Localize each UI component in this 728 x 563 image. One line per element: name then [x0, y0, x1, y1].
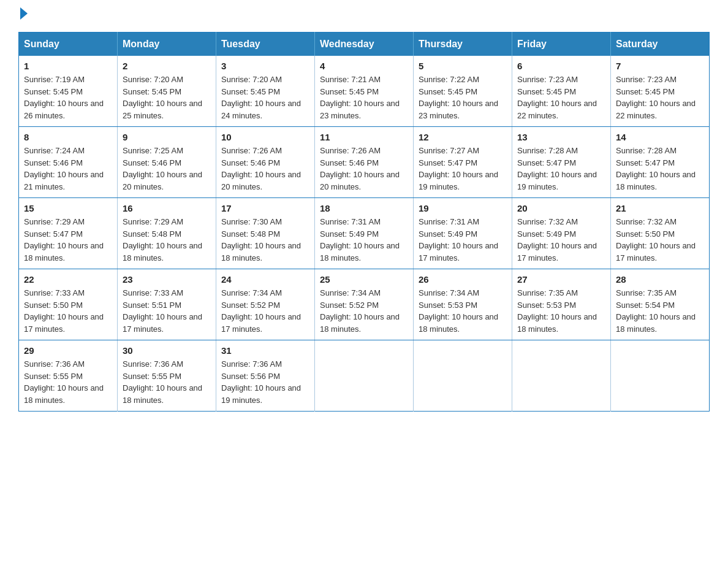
day-number: 24 [221, 274, 309, 285]
weekday-header-saturday: Saturday [611, 33, 710, 56]
day-number: 23 [123, 274, 211, 285]
day-info: Sunrise: 7:32 AM Sunset: 5:50 PM Dayligh… [616, 216, 704, 264]
calendar-week-row: 8 Sunrise: 7:24 AM Sunset: 5:46 PM Dayli… [19, 127, 710, 198]
weekday-header-thursday: Thursday [414, 33, 512, 56]
calendar-day-cell: 5 Sunrise: 7:22 AM Sunset: 5:45 PM Dayli… [414, 56, 512, 127]
weekday-header-tuesday: Tuesday [216, 33, 315, 56]
weekday-header-sunday: Sunday [19, 33, 118, 56]
calendar-day-cell: 4 Sunrise: 7:21 AM Sunset: 5:45 PM Dayli… [315, 56, 414, 127]
day-info: Sunrise: 7:29 AM Sunset: 5:48 PM Dayligh… [123, 216, 211, 264]
calendar-day-cell: 12 Sunrise: 7:27 AM Sunset: 5:47 PM Dayl… [414, 127, 512, 198]
day-number: 19 [419, 203, 507, 213]
calendar-day-cell: 7 Sunrise: 7:23 AM Sunset: 5:45 PM Dayli… [611, 56, 710, 127]
calendar-day-cell: 10 Sunrise: 7:26 AM Sunset: 5:46 PM Dayl… [216, 127, 315, 198]
day-number: 26 [419, 274, 507, 285]
day-number: 3 [221, 61, 309, 71]
day-number: 22 [24, 274, 112, 285]
day-info: Sunrise: 7:26 AM Sunset: 5:46 PM Dayligh… [221, 145, 309, 193]
day-number: 17 [221, 203, 309, 213]
day-info: Sunrise: 7:24 AM Sunset: 5:46 PM Dayligh… [24, 145, 112, 193]
calendar-day-cell: 15 Sunrise: 7:29 AM Sunset: 5:47 PM Dayl… [19, 198, 118, 269]
day-info: Sunrise: 7:23 AM Sunset: 5:45 PM Dayligh… [517, 74, 605, 121]
day-number: 7 [616, 61, 704, 71]
day-number: 25 [320, 274, 408, 285]
calendar-day-cell: 3 Sunrise: 7:20 AM Sunset: 5:45 PM Dayli… [216, 56, 315, 127]
logo [18, 12, 28, 20]
day-info: Sunrise: 7:32 AM Sunset: 5:49 PM Dayligh… [517, 216, 605, 264]
calendar-day-cell: 22 Sunrise: 7:33 AM Sunset: 5:50 PM Dayl… [19, 269, 118, 340]
day-info: Sunrise: 7:28 AM Sunset: 5:47 PM Dayligh… [517, 145, 605, 193]
calendar-day-cell: 20 Sunrise: 7:32 AM Sunset: 5:49 PM Dayl… [512, 198, 611, 269]
day-number: 4 [320, 61, 408, 71]
day-info: Sunrise: 7:34 AM Sunset: 5:52 PM Dayligh… [221, 287, 309, 335]
day-info: Sunrise: 7:30 AM Sunset: 5:48 PM Dayligh… [221, 216, 309, 264]
day-number: 28 [616, 274, 704, 285]
day-info: Sunrise: 7:31 AM Sunset: 5:49 PM Dayligh… [320, 216, 408, 264]
calendar-day-cell [512, 340, 611, 412]
calendar-day-cell: 16 Sunrise: 7:29 AM Sunset: 5:48 PM Dayl… [118, 198, 216, 269]
day-info: Sunrise: 7:27 AM Sunset: 5:47 PM Dayligh… [419, 145, 507, 193]
day-number: 20 [517, 203, 605, 213]
day-number: 9 [123, 132, 211, 142]
calendar-day-cell: 27 Sunrise: 7:35 AM Sunset: 5:53 PM Dayl… [512, 269, 611, 340]
calendar-day-cell: 30 Sunrise: 7:36 AM Sunset: 5:55 PM Dayl… [118, 340, 216, 412]
calendar-day-cell: 21 Sunrise: 7:32 AM Sunset: 5:50 PM Dayl… [611, 198, 710, 269]
day-info: Sunrise: 7:28 AM Sunset: 5:47 PM Dayligh… [616, 145, 704, 193]
day-info: Sunrise: 7:25 AM Sunset: 5:46 PM Dayligh… [123, 145, 211, 193]
day-number: 10 [221, 132, 309, 142]
day-info: Sunrise: 7:36 AM Sunset: 5:55 PM Dayligh… [24, 358, 112, 406]
calendar-day-cell: 19 Sunrise: 7:31 AM Sunset: 5:49 PM Dayl… [414, 198, 512, 269]
calendar-day-cell: 11 Sunrise: 7:26 AM Sunset: 5:46 PM Dayl… [315, 127, 414, 198]
day-info: Sunrise: 7:23 AM Sunset: 5:45 PM Dayligh… [616, 74, 704, 121]
day-info: Sunrise: 7:35 AM Sunset: 5:54 PM Dayligh… [616, 287, 704, 335]
day-info: Sunrise: 7:34 AM Sunset: 5:53 PM Dayligh… [419, 287, 507, 335]
day-info: Sunrise: 7:20 AM Sunset: 5:45 PM Dayligh… [123, 74, 211, 121]
day-number: 31 [221, 345, 309, 356]
day-number: 13 [517, 132, 605, 142]
day-number: 27 [517, 274, 605, 285]
calendar-day-cell [611, 340, 710, 412]
day-info: Sunrise: 7:35 AM Sunset: 5:53 PM Dayligh… [517, 287, 605, 335]
day-number: 6 [517, 61, 605, 71]
calendar-day-cell: 23 Sunrise: 7:33 AM Sunset: 5:51 PM Dayl… [118, 269, 216, 340]
day-number: 15 [24, 203, 112, 213]
day-number: 12 [419, 132, 507, 142]
calendar-week-row: 22 Sunrise: 7:33 AM Sunset: 5:50 PM Dayl… [19, 269, 710, 340]
calendar-week-row: 29 Sunrise: 7:36 AM Sunset: 5:55 PM Dayl… [19, 340, 710, 412]
calendar-day-cell: 26 Sunrise: 7:34 AM Sunset: 5:53 PM Dayl… [414, 269, 512, 340]
day-number: 29 [24, 345, 112, 356]
weekday-header-monday: Monday [118, 33, 216, 56]
day-info: Sunrise: 7:34 AM Sunset: 5:52 PM Dayligh… [320, 287, 408, 335]
page-header [18, 12, 710, 20]
calendar-day-cell: 24 Sunrise: 7:34 AM Sunset: 5:52 PM Dayl… [216, 269, 315, 340]
day-number: 18 [320, 203, 408, 213]
calendar-day-cell [315, 340, 414, 412]
day-number: 11 [320, 132, 408, 142]
calendar-week-row: 1 Sunrise: 7:19 AM Sunset: 5:45 PM Dayli… [19, 56, 710, 127]
day-number: 30 [123, 345, 211, 356]
day-number: 14 [616, 132, 704, 142]
day-number: 16 [123, 203, 211, 213]
day-number: 5 [419, 61, 507, 71]
calendar-day-cell [414, 340, 512, 412]
day-info: Sunrise: 7:19 AM Sunset: 5:45 PM Dayligh… [24, 74, 112, 121]
calendar-day-cell: 31 Sunrise: 7:36 AM Sunset: 5:56 PM Dayl… [216, 340, 315, 412]
day-info: Sunrise: 7:26 AM Sunset: 5:46 PM Dayligh… [320, 145, 408, 193]
day-info: Sunrise: 7:33 AM Sunset: 5:51 PM Dayligh… [123, 287, 211, 335]
day-number: 8 [24, 132, 112, 142]
calendar-day-cell: 2 Sunrise: 7:20 AM Sunset: 5:45 PM Dayli… [118, 56, 216, 127]
calendar-day-cell: 14 Sunrise: 7:28 AM Sunset: 5:47 PM Dayl… [611, 127, 710, 198]
weekday-header-wednesday: Wednesday [315, 33, 414, 56]
day-info: Sunrise: 7:20 AM Sunset: 5:45 PM Dayligh… [221, 74, 309, 121]
calendar-day-cell: 25 Sunrise: 7:34 AM Sunset: 5:52 PM Dayl… [315, 269, 414, 340]
calendar-day-cell: 13 Sunrise: 7:28 AM Sunset: 5:47 PM Dayl… [512, 127, 611, 198]
calendar-week-row: 15 Sunrise: 7:29 AM Sunset: 5:47 PM Dayl… [19, 198, 710, 269]
day-info: Sunrise: 7:21 AM Sunset: 5:45 PM Dayligh… [320, 74, 408, 121]
day-number: 2 [123, 61, 211, 71]
calendar-day-cell: 6 Sunrise: 7:23 AM Sunset: 5:45 PM Dayli… [512, 56, 611, 127]
day-info: Sunrise: 7:29 AM Sunset: 5:47 PM Dayligh… [24, 216, 112, 264]
calendar-day-cell: 28 Sunrise: 7:35 AM Sunset: 5:54 PM Dayl… [611, 269, 710, 340]
calendar-table: SundayMondayTuesdayWednesdayThursdayFrid… [18, 32, 710, 412]
weekday-header-row: SundayMondayTuesdayWednesdayThursdayFrid… [19, 33, 710, 56]
day-number: 21 [616, 203, 704, 213]
